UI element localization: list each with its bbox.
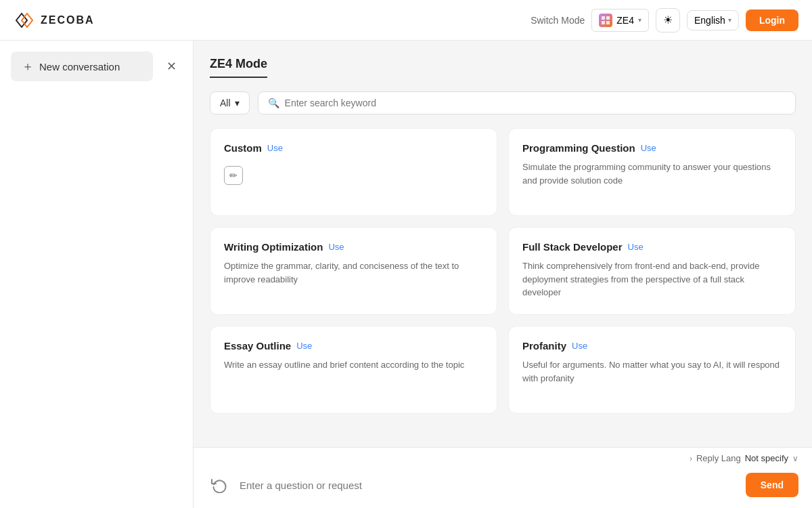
card-full-stack-developer[interactable]: Full Stack Developer Use Think comprehen… [508,227,796,315]
switch-mode-label: Switch Mode [531,15,585,26]
message-input[interactable] [240,480,738,491]
card-use-link-essay-outline[interactable]: Use [296,341,312,351]
reply-lang-label: Reply Lang [696,453,741,463]
card-title-profanity: Profanity [522,340,566,352]
logo-text: ZECOBA [41,14,95,26]
theme-toggle-button[interactable]: ☀ [656,8,680,33]
card-header-writing-optimization: Writing Optimization Use [224,241,483,253]
search-box: 🔍 [258,91,796,114]
input-row: Send [194,466,812,508]
card-use-link-profanity[interactable]: Use [572,341,587,351]
card-desc-essay-outline: Write an essay outline and brief content… [224,358,483,372]
page-title: ZE4 Mode [210,57,267,78]
card-title-programming-question: Programming Question [522,142,635,154]
sidebar: ＋ New conversation ✕ [0,41,194,508]
card-title-full-stack-developer: Full Stack Developer [522,241,623,253]
language-selector[interactable]: English ▾ [687,10,739,30]
card-icon-area-custom: ✏ [224,161,483,190]
logo-icon [14,9,35,31]
main-layout: ＋ New conversation ✕ ZE4 Mode All ▾ 🔍 [0,41,812,508]
filter-chevron-icon: ▾ [235,98,240,108]
card-custom[interactable]: Custom Use ✏ [210,128,497,216]
filter-select[interactable]: All ▾ [210,91,250,114]
card-desc-full-stack-developer: Think comprehensively from front-end and… [522,259,782,299]
svg-rect-3 [606,21,610,24]
sun-icon: ☀ [663,14,673,26]
logo-area: ZECOBA [14,9,95,31]
cards-grid: Custom Use ✏ Programming Question Use Si… [210,128,796,427]
card-use-link-custom[interactable]: Use [267,143,283,153]
close-sidebar-button[interactable]: ✕ [160,56,182,77]
header: ZECOBA Switch Mode ZE4 ▾ ☀ English ▾ Log… [0,0,812,41]
header-right: Switch Mode ZE4 ▾ ☀ English ▾ Login [531,8,798,33]
card-use-link-full-stack-developer[interactable]: Use [628,242,644,252]
language-label: English [694,15,725,26]
search-input[interactable] [285,98,786,108]
card-title-essay-outline: Essay Outline [224,340,291,352]
card-header-full-stack-developer: Full Stack Developer Use [522,241,782,253]
not-specify-label: Not specify [745,453,788,463]
mode-selector[interactable]: ZE4 ▾ [591,9,649,32]
content-area: ZE4 Mode All ▾ 🔍 Custom Use [194,41,812,508]
card-use-link-programming-question[interactable]: Use [641,143,656,153]
card-desc-writing-optimization: Optimize the grammar, clarity, and conci… [224,259,483,286]
reply-lang-row: › Reply Lang Not specify ∨ [194,448,812,466]
card-title-writing-optimization: Writing Optimization [224,241,323,253]
reply-lang-expand-icon[interactable]: › [690,454,692,463]
refresh-button[interactable] [207,473,231,497]
card-writing-optimization[interactable]: Writing Optimization Use Optimize the gr… [210,227,497,315]
send-button[interactable]: Send [746,473,798,497]
card-profanity[interactable]: Profanity Use Useful for arguments. No m… [508,326,796,414]
mode-chevron-icon: ▾ [638,16,641,24]
edit-icon: ✏ [224,166,243,185]
card-header-custom: Custom Use [224,142,483,154]
svg-rect-2 [602,21,605,24]
card-programming-question[interactable]: Programming Question Use Simulate the pr… [508,128,796,216]
card-header-essay-outline: Essay Outline Use [224,340,483,352]
card-essay-outline[interactable]: Essay Outline Use Write an essay outline… [210,326,497,414]
close-icon: ✕ [166,59,177,74]
new-conversation-button[interactable]: ＋ New conversation [11,51,153,81]
svg-rect-0 [602,16,605,20]
card-header-programming-question: Programming Question Use [522,142,782,154]
content-scroll: ZE4 Mode All ▾ 🔍 Custom Use [194,41,812,447]
card-title-custom: Custom [224,142,262,154]
sidebar-top: ＋ New conversation ✕ [11,51,182,81]
card-header-profanity: Profanity Use [522,340,782,352]
login-button[interactable]: Login [746,9,798,31]
refresh-icon [211,477,227,493]
filter-row: All ▾ 🔍 [210,91,796,114]
card-desc-programming-question: Simulate the programming community to an… [522,161,782,187]
svg-rect-1 [606,16,610,20]
mode-icon [599,14,612,27]
bottom-bar: › Reply Lang Not specify ∨ Send [194,447,812,508]
new-conversation-label: New conversation [39,61,120,72]
card-desc-profanity: Useful for arguments. No matter what you… [522,358,782,385]
search-icon: 🔍 [268,98,279,108]
plus-icon: ＋ [22,58,34,75]
card-use-link-writing-optimization[interactable]: Use [328,242,344,252]
filter-label: All [220,98,231,108]
not-specify-chevron-icon: ∨ [792,454,798,463]
language-chevron-icon: ▾ [728,16,731,24]
mode-name: ZE4 [616,15,634,26]
